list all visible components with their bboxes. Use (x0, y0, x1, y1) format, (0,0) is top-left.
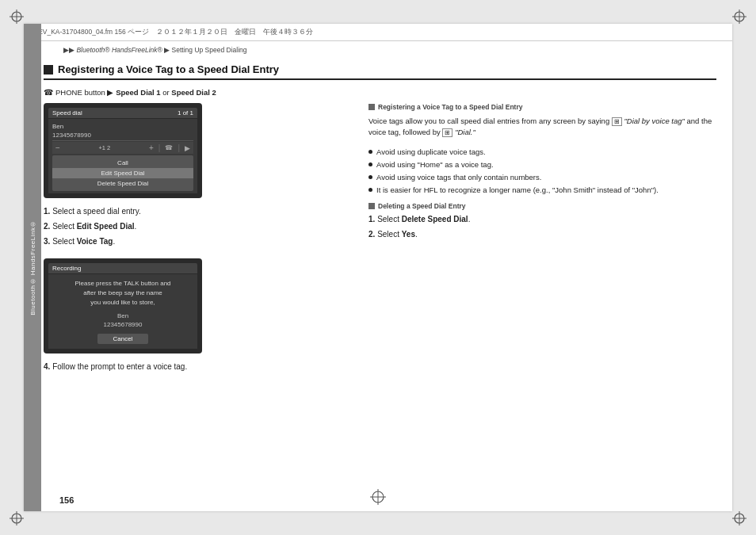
recording-title-bar: Recording (48, 263, 197, 273)
bullet-text-4: It is easier for HFL to recognize a long… (376, 185, 659, 195)
step-4-number: 4. (44, 362, 50, 371)
screen-body: Ben 12345678990 − +1 2 + | ☎ | ▶ (48, 119, 197, 193)
right-section-2-title: Deleting a Speed Dial Entry (378, 202, 466, 210)
left-column: Speed dial 1 of 1 Ben 12345678990 − +1 2… (44, 103, 353, 376)
section-heading: Registering a Voice Tag to a Speed Dial … (44, 63, 716, 80)
step-4: 4. Follow the prompt to enter a voice ta… (44, 361, 353, 373)
bullet-dot-2 (368, 162, 372, 166)
voice-icon-2: ⊞ (442, 128, 452, 137)
breadcrumb-text: ▶▶ Bluetooth® HandsFreeLink® ▶ Setting U… (63, 46, 247, 54)
right-heading-icon (368, 104, 375, 110)
step-4-text: Follow the prompt to enter a voice tag. (52, 362, 187, 371)
steps-1-3: 1. Select a speed dial entry. 2. Select … (44, 206, 353, 247)
page: DEV_KA-31704800_04.fm 156 ページ ２０１２年１月２０日… (0, 0, 756, 535)
corner-mark-br (732, 511, 746, 525)
right-section-1-heading: Registering a Voice Tag to a Speed Dial … (368, 103, 716, 111)
screen-number-display: +1 2 (63, 144, 146, 151)
delete-step-1: 1. Select Delete Speed Dial. (368, 214, 716, 225)
screen-divider2: | (178, 143, 180, 152)
step-1-text: Select a speed dial entry. (52, 207, 141, 216)
bullet-text-3: Avoid using voice tags that only contain… (376, 172, 541, 182)
corner-mark-tl (10, 10, 24, 24)
bullet-dot-4 (368, 188, 372, 192)
screen-contact-number: 12345678990 (52, 132, 193, 141)
right-intro-text: Voice tags allow you to call speed dial … (368, 116, 716, 139)
delete-step-2: 2. Select Yes. (368, 229, 716, 240)
screen-menu: Call Edit Speed Dial Delete Speed Dial (52, 155, 193, 191)
delete-step-1-number: 1. (368, 215, 375, 224)
delete-step-1-text: Select Delete Speed Dial. (377, 215, 470, 224)
right-column: Registering a Voice Tag to a Speed Dial … (368, 103, 716, 376)
screen-action-bar: − +1 2 + | ☎ | ▶ (52, 142, 193, 154)
recording-contact-number: 12345678990 (55, 321, 191, 328)
bullet-item-2: Avoid using "Home" as a voice tag. (368, 159, 716, 170)
step-2-number: 2. (44, 222, 50, 231)
two-col-layout: Speed dial 1 of 1 Ben 12345678990 − +1 2… (44, 103, 716, 376)
recording-screen: Recording Please press the TALK button a… (44, 258, 202, 353)
screen-menu-item-delete[interactable]: Delete Speed Dial (52, 178, 193, 189)
phone-icon: ☎ (44, 88, 53, 97)
recording-body: Please press the TALK button andafter th… (48, 274, 197, 349)
recording-cancel-button[interactable]: Cancel (97, 334, 149, 344)
step-2: 2. Select Edit Speed Dial. (44, 221, 353, 232)
file-header-text: DEV_KA-31704800_04.fm 156 ページ ２０１２年１月２０日… (33, 28, 313, 37)
recording-title: Recording (52, 265, 81, 272)
screen-menu-item-edit[interactable]: Edit Speed Dial (52, 168, 193, 178)
screen-info-icon[interactable]: ▶ (185, 144, 190, 152)
bullet-list: Avoid using duplicate voice tags. Avoid … (368, 147, 716, 196)
screen-plus-icon[interactable]: + (149, 143, 154, 152)
bullet-text-2: Avoid using "Home" as a voice tag. (376, 159, 494, 170)
voice-icon-1: ⊞ (612, 117, 622, 126)
breadcrumb: ▶▶ Bluetooth® HandsFreeLink® ▶ Setting U… (63, 46, 247, 54)
step-1-number: 1. (44, 207, 50, 216)
bullet-dot-1 (368, 150, 372, 154)
bullet-dot-3 (368, 175, 372, 179)
delete-step-2-number: 2. (368, 230, 375, 239)
screen-minus-icon[interactable]: − (55, 143, 60, 152)
screen-menu-item-call[interactable]: Call (52, 158, 193, 168)
delete-steps: 1. Select Delete Speed Dial. 2. Select Y… (368, 214, 716, 240)
speed-dial-screen: Speed dial 1 of 1 Ben 12345678990 − +1 2… (44, 103, 202, 198)
screen-page-info: 1 of 1 (178, 109, 193, 117)
step-3: 3. Select Voice Tag. (44, 236, 353, 247)
screen-contact-name: Ben (52, 121, 193, 132)
content-area: DEV_KA-31704800_04.fm 156 ページ ２０１２年１月２０日… (24, 24, 732, 511)
phone-instruction: ☎ PHONE button ▶ Speed Dial 1 or Speed D… (44, 88, 716, 97)
step-2-text: Select Edit Speed Dial. (52, 222, 136, 231)
screen-call-icon[interactable]: ☎ (165, 144, 173, 151)
bullet-item-1: Avoid using duplicate voice tags. (368, 147, 716, 157)
bullet-text-1: Avoid using duplicate voice tags. (376, 147, 486, 157)
corner-mark-bl (10, 511, 24, 525)
bullet-item-3: Avoid using voice tags that only contain… (368, 172, 716, 182)
right-section-1-title: Registering a Voice Tag to a Speed Dial … (378, 103, 522, 111)
file-header: DEV_KA-31704800_04.fm 156 ページ ２０１２年１月２０日… (24, 24, 732, 41)
screen-title-bar: Speed dial 1 of 1 (48, 108, 197, 118)
bullet-item-4: It is easier for HFL to recognize a long… (368, 185, 716, 195)
phone-text: PHONE button ▶ Speed Dial 1 or Speed Dia… (55, 88, 216, 97)
bottom-center-reg-mark (370, 489, 386, 505)
recording-instruction-text: Please press the TALK button andafter th… (55, 279, 191, 308)
right-section-1-content: Voice tags allow you to call speed dial … (368, 116, 716, 139)
recording-contact-name: Ben (55, 312, 191, 319)
delete-step-2-text: Select Yes. (377, 230, 418, 239)
main-content: Registering a Voice Tag to a Speed Dial … (44, 63, 716, 480)
corner-mark-tr (732, 10, 746, 24)
step-1: 1. Select a speed dial entry. (44, 206, 353, 217)
section-title: Registering a Voice Tag to a Speed Dial … (58, 63, 279, 75)
side-tab-label: Bluetooth® HandsFreeLink® (29, 220, 36, 315)
step-3-number: 3. (44, 237, 50, 246)
page-number: 156 (59, 495, 74, 505)
screen-divider: | (158, 143, 161, 152)
screen-title: Speed dial (52, 109, 82, 117)
step-3-text: Select Voice Tag. (52, 237, 115, 246)
heading-square-icon (44, 65, 53, 75)
right-heading-2-icon (368, 203, 375, 209)
right-section-2-heading: Deleting a Speed Dial Entry (368, 202, 716, 210)
side-tab: Bluetooth® HandsFreeLink® (24, 24, 41, 511)
